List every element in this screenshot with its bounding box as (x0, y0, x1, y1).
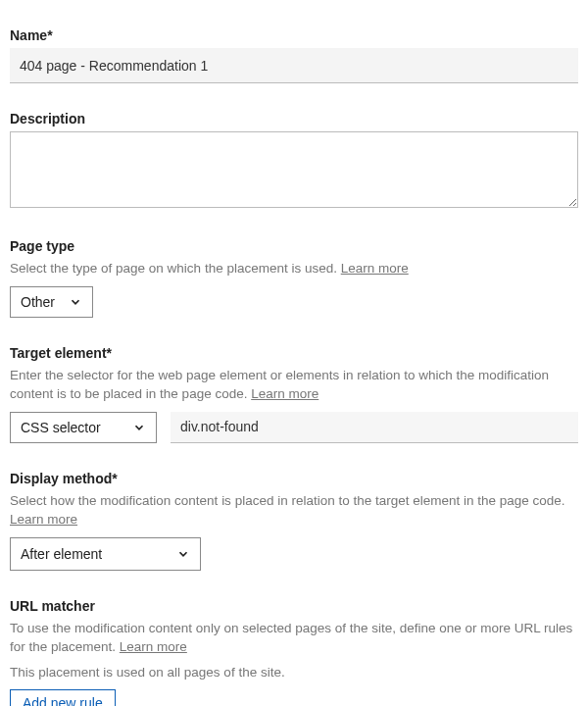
target-element-label: Target element* (10, 345, 578, 361)
page-type-selected: Other (21, 294, 55, 310)
description-label: Description (10, 111, 578, 126)
page-type-help-text: Select the type of page on which the pla… (10, 261, 341, 276)
url-matcher-help: To use the modification content only on … (10, 619, 578, 657)
page-type-help: Select the type of page on which the pla… (10, 259, 578, 278)
selector-type-selected: CSS selector (21, 420, 101, 435)
page-type-select[interactable]: Other (10, 286, 93, 318)
target-element-learn-more-link[interactable]: Learn more (251, 386, 318, 401)
url-matcher-note: This placement is used on all pages of t… (10, 665, 578, 680)
display-method-learn-more-link[interactable]: Learn more (10, 512, 77, 527)
description-textarea[interactable] (10, 131, 578, 208)
display-method-help: Select how the modification content is p… (10, 491, 578, 530)
name-input[interactable] (10, 48, 578, 83)
url-matcher-label: URL matcher (10, 598, 578, 614)
display-method-select[interactable]: After element (10, 537, 201, 571)
display-method-selected: After element (21, 546, 102, 562)
chevron-down-icon (69, 295, 82, 309)
display-method-label: Display method* (10, 471, 578, 486)
add-new-rule-button[interactable]: Add new rule (10, 689, 116, 706)
target-element-help: Enter the selector for the web page elem… (10, 366, 578, 404)
url-matcher-learn-more-link[interactable]: Learn more (120, 639, 187, 654)
selector-value-input[interactable] (171, 412, 578, 443)
page-type-learn-more-link[interactable]: Learn more (341, 261, 409, 276)
chevron-down-icon (176, 547, 190, 561)
url-matcher-help-text: To use the modification content only on … (10, 621, 572, 655)
selector-type-select[interactable]: CSS selector (10, 412, 157, 443)
display-method-help-text: Select how the modification content is p… (10, 493, 565, 508)
page-type-label: Page type (10, 238, 578, 254)
name-label: Name* (10, 27, 578, 43)
chevron-down-icon (132, 421, 146, 434)
